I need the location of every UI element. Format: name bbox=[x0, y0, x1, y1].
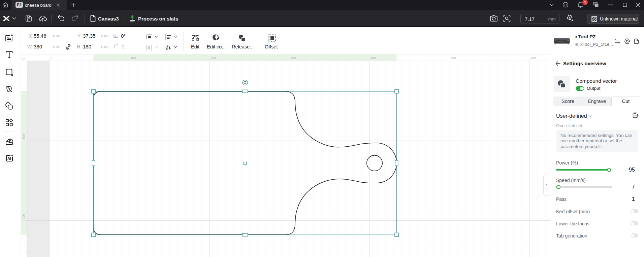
svg-text:100: 100 bbox=[22, 134, 25, 140]
svg-text:400: 400 bbox=[371, 56, 376, 60]
svg-text:100: 100 bbox=[131, 56, 136, 60]
svg-text:500: 500 bbox=[451, 56, 456, 60]
svg-text:300: 300 bbox=[291, 56, 296, 60]
svg-text:0: 0 bbox=[22, 58, 25, 60]
svg-text:0: 0 bbox=[51, 56, 52, 60]
svg-text:200: 200 bbox=[22, 214, 25, 219]
svg-text:AI: AI bbox=[7, 156, 11, 160]
svg-text:200: 200 bbox=[211, 56, 216, 60]
svg-text:600: 600 bbox=[530, 56, 536, 60]
